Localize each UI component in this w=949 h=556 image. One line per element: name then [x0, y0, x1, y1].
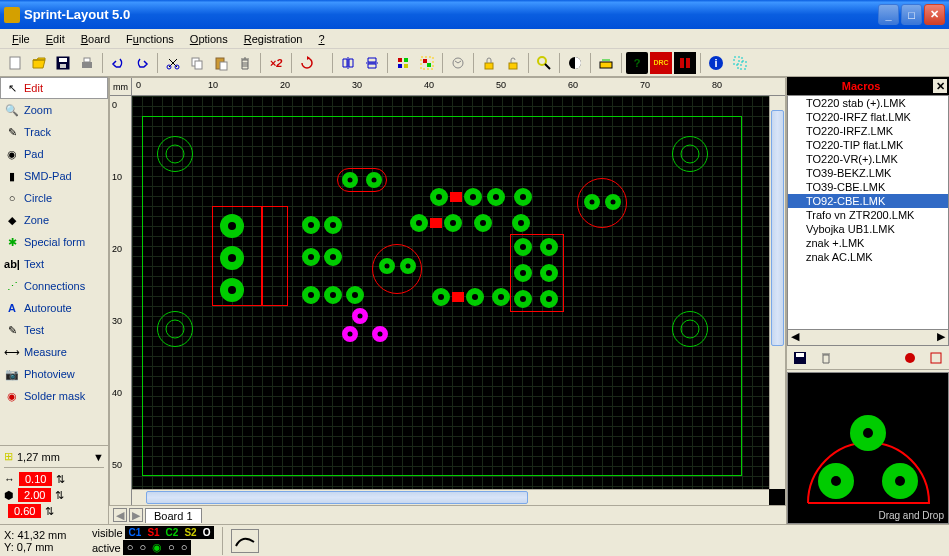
rotate-button[interactable]	[296, 52, 318, 74]
grid-setting[interactable]: ⊞1,27 mm▼	[4, 450, 104, 463]
drill-size-setting[interactable]: 0.60⇅	[4, 504, 104, 518]
snap-button[interactable]	[447, 52, 469, 74]
copy-button[interactable]	[186, 52, 208, 74]
undo-button[interactable]	[107, 52, 129, 74]
align-button[interactable]	[392, 52, 414, 74]
tool-smdpad[interactable]: ▮SMD-Pad	[0, 165, 108, 187]
close-button[interactable]: ✕	[924, 4, 945, 25]
pad-size-setting[interactable]: ⬢2.00⇅	[4, 488, 104, 502]
tool-track[interactable]: ✎Track	[0, 121, 108, 143]
cut-button[interactable]	[162, 52, 184, 74]
duplicate-button[interactable]: ×2	[265, 52, 287, 74]
tool-measure[interactable]: ⟷Measure	[0, 341, 108, 363]
macro-item[interactable]: TO220-VR(+).LMK	[788, 152, 948, 166]
tools-panel: ↖Edit 🔍Zoom ✎Track ◉Pad ▮SMD-Pad ○Circle…	[0, 77, 109, 524]
drc-button[interactable]: DRC	[650, 52, 672, 74]
open-button[interactable]	[28, 52, 50, 74]
save-button[interactable]	[52, 52, 74, 74]
padsize-icon: ⬢	[4, 489, 14, 502]
text-icon: ab|	[4, 256, 20, 272]
menu-edit[interactable]: Edit	[38, 31, 73, 47]
macros-scroll-right[interactable]: ▶	[934, 330, 948, 345]
panel-button[interactable]	[674, 52, 696, 74]
tool-autoroute[interactable]: AAutoroute	[0, 297, 108, 319]
paste-button[interactable]	[210, 52, 232, 74]
about-icon[interactable]: i	[705, 52, 727, 74]
search-icon[interactable]	[533, 52, 555, 74]
prev-tab-button[interactable]: ◀	[113, 508, 127, 522]
macro-item[interactable]: TO92-CBE.LMK	[788, 194, 948, 208]
delete-button[interactable]	[234, 52, 256, 74]
macro-delete-button[interactable]	[815, 347, 837, 369]
maximize-button[interactable]: □	[901, 4, 922, 25]
macros-toggle-button[interactable]	[729, 52, 751, 74]
next-tab-button[interactable]: ▶	[129, 508, 143, 522]
pcb-canvas[interactable]	[132, 96, 769, 489]
tool-specialform[interactable]: ✱Special form	[0, 231, 108, 253]
group-button[interactable]	[416, 52, 438, 74]
title-bar: Sprint-Layout 5.0 _ □ ✕	[0, 0, 949, 29]
redo-button[interactable]	[131, 52, 153, 74]
tool-zone[interactable]: ◆Zone	[0, 209, 108, 231]
tool-text[interactable]: ab|Text	[0, 253, 108, 275]
menu-help[interactable]: ?	[310, 31, 332, 47]
lock-button[interactable]	[478, 52, 500, 74]
scanner-button[interactable]	[595, 52, 617, 74]
new-button[interactable]	[4, 52, 26, 74]
info-button[interactable]: ?	[626, 52, 648, 74]
menu-file[interactable]: File	[4, 31, 38, 47]
macros-list[interactable]: TO220 stab (+).LMKTO220-IRFZ flat.LMKTO2…	[787, 95, 949, 330]
track-width-setting[interactable]: ↔0.10⇅	[4, 472, 104, 486]
svg-rect-11	[220, 62, 227, 70]
macro-item[interactable]: TO220-IRFZ flat.LMK	[788, 110, 948, 124]
mirror-v-button[interactable]	[361, 52, 383, 74]
macro-save-button[interactable]	[789, 347, 811, 369]
svg-rect-25	[680, 58, 684, 68]
pad-icon: ◉	[4, 146, 20, 162]
macro-item[interactable]: TO39-CBE.LMK	[788, 180, 948, 194]
svg-point-36	[863, 428, 873, 438]
menu-options[interactable]: Options	[182, 31, 236, 47]
menu-functions[interactable]: Functions	[118, 31, 182, 47]
macro-item[interactable]: TO220-IRFZ.LMK	[788, 124, 948, 138]
macro-item[interactable]: Trafo vn ZTR200.LMK	[788, 208, 948, 222]
svg-rect-14	[398, 64, 402, 68]
tool-edit[interactable]: ↖Edit	[0, 77, 108, 99]
status-track-settings[interactable]	[231, 529, 259, 553]
tool-connections[interactable]: ⋰Connections	[0, 275, 108, 297]
tool-pad[interactable]: ◉Pad	[0, 143, 108, 165]
vertical-scrollbar[interactable]	[769, 96, 785, 489]
unlock-button[interactable]	[502, 52, 524, 74]
macro-item[interactable]: Vybojka UB1.LMK	[788, 222, 948, 236]
mirror-h-button[interactable]	[337, 52, 359, 74]
zone-icon: ◆	[4, 212, 20, 228]
menu-board[interactable]: Board	[73, 31, 118, 47]
tool-photoview[interactable]: 📷Photoview	[0, 363, 108, 385]
tool-zoom[interactable]: 🔍Zoom	[0, 99, 108, 121]
tab-board1[interactable]: Board 1	[145, 508, 202, 523]
macro-item[interactable]: znak AC.LMK	[788, 250, 948, 264]
main-toolbar: ×2 ? DRC i	[0, 49, 949, 77]
status-y: 0,7 mm	[17, 541, 54, 553]
macros-close-button[interactable]: ✕	[933, 79, 947, 93]
macro-item[interactable]: TO220-TIP flat.LMK	[788, 138, 948, 152]
macro-edit-button[interactable]	[925, 347, 947, 369]
svg-point-38	[831, 476, 841, 486]
print-button[interactable]	[76, 52, 98, 74]
macro-preview[interactable]: Drag and Drop	[787, 372, 949, 524]
macros-scroll-left[interactable]: ◀	[788, 330, 802, 345]
tool-soldermask[interactable]: ◉Solder mask	[0, 385, 108, 407]
horizontal-scrollbar[interactable]	[132, 489, 769, 505]
macro-record-button[interactable]	[899, 347, 921, 369]
tool-circle[interactable]: ○Circle	[0, 187, 108, 209]
macro-item[interactable]: TO39-BEKZ.LMK	[788, 166, 948, 180]
macro-item[interactable]: TO220 stab (+).LMK	[788, 96, 948, 110]
minimize-button[interactable]: _	[878, 4, 899, 25]
layer-active[interactable]: ○○◉○○	[123, 540, 192, 555]
svg-rect-32	[796, 353, 804, 357]
contrast-icon[interactable]	[564, 52, 586, 74]
tool-test[interactable]: ✎Test	[0, 319, 108, 341]
layer-visibility[interactable]: C1 S1 C2 S2 O	[125, 526, 215, 539]
menu-registration[interactable]: Registration	[236, 31, 311, 47]
macro-item[interactable]: znak +.LMK	[788, 236, 948, 250]
